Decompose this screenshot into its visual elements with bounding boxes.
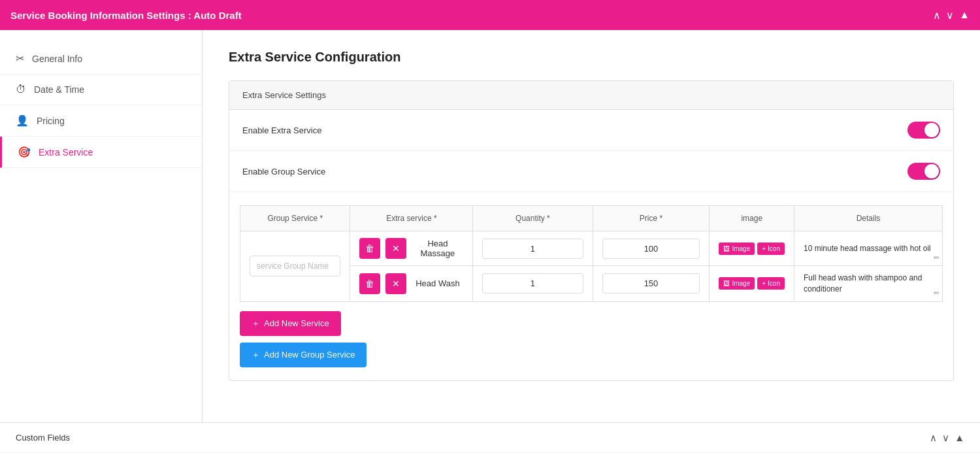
content-area: Extra Service Configuration Extra Servic… xyxy=(203,30,980,422)
table-section: Group Service * Extra service * Quantity… xyxy=(229,205,953,380)
sidebar-item-label: Date & Time xyxy=(34,84,84,95)
sidebar-item-date-time[interactable]: ⏱ Date & Time xyxy=(0,75,202,105)
sidebar: ✂ General Info ⏱ Date & Time 👤 Pricing 🎯… xyxy=(0,30,203,422)
icon-button-1[interactable]: + Icon xyxy=(757,243,785,255)
group-service-cell xyxy=(240,231,350,302)
quantity-cell-2 xyxy=(473,266,593,302)
top-bar-title: Service Booking Information Settings : A… xyxy=(10,10,242,21)
cross-icon: ✕ xyxy=(392,278,400,289)
sidebar-item-general-info[interactable]: ✂ General Info xyxy=(0,43,202,75)
delete-service-2-button[interactable]: 🗑 xyxy=(359,273,380,294)
col-image: image xyxy=(710,206,794,231)
top-bar: Service Booking Information Settings : A… xyxy=(0,0,980,30)
col-price: Price * xyxy=(593,206,710,231)
enable-extra-service-toggle[interactable] xyxy=(907,122,940,139)
quantity-cell-1 xyxy=(473,231,593,266)
edit-icon-2[interactable]: ✏ xyxy=(934,288,939,298)
trash-icon: 🗑 xyxy=(365,278,374,289)
cross-icon: ✕ xyxy=(392,243,400,254)
price-cell-1 xyxy=(593,231,710,266)
image-cell-2: 🖼 Image + Icon xyxy=(710,266,794,302)
sidebar-item-label: Extra Service xyxy=(39,147,93,158)
image-button-1[interactable]: 🖼 Image xyxy=(719,243,755,255)
icon-button-2[interactable]: + Icon xyxy=(757,277,785,290)
enable-group-service-label: Enable Group Service xyxy=(242,167,325,176)
price-input-1[interactable] xyxy=(602,239,700,259)
price-input-2[interactable] xyxy=(602,273,700,294)
move-service-1-button[interactable]: ✕ xyxy=(385,238,406,259)
plus-circle-icon: ＋ xyxy=(252,318,260,329)
quantity-input-2[interactable] xyxy=(482,273,583,294)
clock-icon: ⏱ xyxy=(16,84,26,95)
col-quantity: Quantity * xyxy=(473,206,593,231)
details-cell-2: Full head wash with shampoo and conditio… xyxy=(794,266,943,302)
plus-icon: + xyxy=(762,280,766,287)
sidebar-item-label: Pricing xyxy=(37,116,65,126)
plus-circle-icon: ＋ xyxy=(252,349,260,361)
person-icon: 👤 xyxy=(16,114,29,127)
target-icon: 🎯 xyxy=(18,146,31,158)
scissors-icon: ✂ xyxy=(16,52,24,65)
enable-group-service-row: Enable Group Service xyxy=(229,151,953,192)
quantity-input-1[interactable] xyxy=(482,239,583,259)
sidebar-item-label: General Info xyxy=(32,54,82,64)
service-table: Group Service * Extra service * Quantity… xyxy=(240,205,943,302)
bottom-collapse-down-icon[interactable]: ∨ xyxy=(942,432,949,444)
top-bar-controls: ∧ ∨ ▲ xyxy=(933,9,970,22)
image-button-2[interactable]: 🖼 Image xyxy=(719,277,755,290)
bottom-bar-controls: ∧ ∨ ▲ xyxy=(930,432,964,444)
col-group-service: Group Service * xyxy=(240,206,350,231)
move-service-2-button[interactable]: ✕ xyxy=(385,273,406,294)
trash-icon: 🗑 xyxy=(365,243,374,254)
main-layout: ✂ General Info ⏱ Date & Time 👤 Pricing 🎯… xyxy=(0,30,980,422)
collapse-up-icon[interactable]: ∧ xyxy=(933,9,941,22)
extra-service-cell-2: 🗑 ✕ Head Wash xyxy=(350,266,473,302)
enable-extra-service-label: Enable Extra Service xyxy=(242,126,321,135)
image-icon: 🖼 xyxy=(723,280,730,287)
image-cell-1: 🖼 Image + Icon xyxy=(710,231,794,266)
col-extra-service: Extra service * xyxy=(350,206,473,231)
bottom-expand-icon[interactable]: ▲ xyxy=(955,432,964,443)
price-cell-2 xyxy=(593,266,710,302)
delete-service-1-button[interactable]: 🗑 xyxy=(359,238,380,259)
sidebar-item-pricing[interactable]: 👤 Pricing xyxy=(0,105,202,137)
plus-icon: + xyxy=(762,245,766,252)
enable-extra-service-row: Enable Extra Service xyxy=(229,110,953,151)
settings-header: Extra Service Settings xyxy=(229,81,953,110)
extra-service-cell-1: 🗑 ✕ Head Massage xyxy=(350,231,473,266)
group-name-input[interactable] xyxy=(250,256,340,277)
details-cell-1: 10 minute head massage with hot oil ✏ xyxy=(794,231,943,266)
service-name-1: Head Massage xyxy=(412,239,463,258)
edit-icon-1[interactable]: ✏ xyxy=(934,253,939,263)
col-details: Details xyxy=(794,206,943,231)
page-title: Extra Service Configuration xyxy=(229,50,954,65)
expand-icon[interactable]: ▲ xyxy=(959,9,970,21)
service-name-2: Head Wash xyxy=(412,278,463,288)
bottom-collapse-up-icon[interactable]: ∧ xyxy=(930,432,937,444)
collapse-down-icon[interactable]: ∨ xyxy=(946,9,954,22)
sidebar-item-extra-service[interactable]: 🎯 Extra Service xyxy=(0,137,202,168)
add-new-service-button[interactable]: ＋ Add New Service xyxy=(240,311,341,336)
bottom-bar-title: Custom Fields xyxy=(16,433,70,443)
image-icon: 🖼 xyxy=(723,245,730,252)
settings-panel: Extra Service Settings Enable Extra Serv… xyxy=(229,80,954,381)
table-row: 🗑 ✕ Head Massage xyxy=(240,231,943,266)
add-new-group-service-button[interactable]: ＋ Add New Group Service xyxy=(240,343,367,367)
enable-group-service-toggle[interactable] xyxy=(907,163,940,180)
bottom-bar: Custom Fields ∧ ∨ ▲ xyxy=(0,422,980,452)
